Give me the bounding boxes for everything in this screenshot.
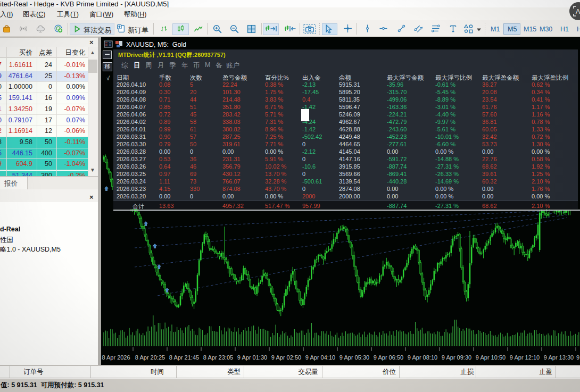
svg-text:9 Apr 06:50: 9 Apr 06:50 [374, 354, 403, 361]
svg-text:8 Apr 20:25: 8 Apr 20:25 [135, 354, 165, 361]
svg-text:8 Apr 21:45: 8 Apr 21:45 [169, 354, 199, 361]
svg-text:9 Apr 08:10: 9 Apr 08:10 [408, 354, 437, 361]
svg-text:9 Apr 04:10: 9 Apr 04:10 [305, 354, 335, 361]
svg-text:9 Apr 13:30: 9 Apr 13:30 [544, 354, 574, 361]
svg-text:9 Apr 12:10: 9 Apr 12:10 [510, 354, 540, 361]
svg-text:9 Apr 10:50: 9 Apr 10:50 [476, 354, 506, 361]
svg-text:9 Apr 09:30: 9 Apr 09:30 [442, 354, 471, 361]
svg-text:9 Apr 05:30: 9 Apr 05:30 [339, 354, 369, 361]
svg-text:A: A [576, 7, 580, 15]
svg-text:9 Apr 02:50: 9 Apr 02:50 [271, 354, 301, 361]
svg-text:XAUUSD, M5: Gold: XAUUSD, M5: Gold [126, 41, 186, 48]
svg-text:8 Apr 2026: 8 Apr 2026 [102, 354, 130, 361]
svg-text:9 Apr 01:30: 9 Apr 01:30 [237, 354, 267, 361]
svg-text:8 Apr 23:05: 8 Apr 23:05 [203, 354, 233, 361]
svg-text:9: 9 [576, 354, 579, 361]
